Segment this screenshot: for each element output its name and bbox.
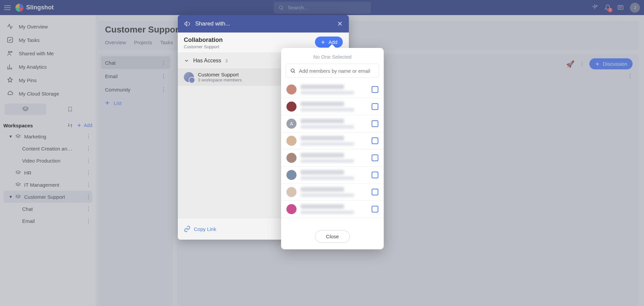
member-avatar	[286, 136, 297, 146]
has-access-count: 3	[225, 58, 228, 63]
member-avatar: A	[286, 119, 297, 129]
shared-header: Shared with... ✕	[178, 15, 349, 33]
svg-point-26	[291, 69, 294, 72]
plus-icon	[320, 40, 326, 45]
member-info-redacted	[301, 136, 368, 146]
add-members-popover: No One Selected A Close	[281, 48, 384, 249]
add-label: Add	[328, 39, 337, 45]
member-info-redacted	[301, 204, 368, 214]
member-checkbox[interactable]	[372, 189, 378, 195]
member-checkbox[interactable]	[372, 120, 378, 127]
member-info-redacted	[301, 187, 368, 197]
member-item[interactable]	[281, 149, 384, 167]
member-info-redacted	[301, 119, 368, 129]
has-access-label: Has Access	[193, 58, 221, 64]
popover-heading: No One Selected	[281, 48, 384, 64]
search-icon	[290, 68, 296, 74]
member-checkbox[interactable]	[372, 86, 378, 93]
member-item[interactable]: A	[281, 115, 384, 132]
member-avatar	[286, 84, 297, 95]
close-icon[interactable]: ✕	[337, 20, 343, 28]
copy-link-label: Copy Link	[194, 226, 216, 232]
member-info-redacted	[301, 153, 368, 163]
member-list: A	[281, 81, 384, 226]
member-info-redacted	[301, 102, 368, 112]
megaphone-icon	[184, 20, 191, 27]
member-item[interactable]	[281, 201, 384, 218]
member-avatar	[286, 102, 297, 112]
member-item[interactable]	[281, 132, 384, 149]
member-item[interactable]	[281, 98, 384, 115]
close-button[interactable]: Close	[315, 230, 350, 243]
member-subtitle: 3 workspace members	[198, 77, 242, 82]
member-avatar	[286, 153, 297, 163]
member-checkbox[interactable]	[372, 103, 378, 110]
member-checkbox[interactable]	[372, 172, 378, 178]
member-avatar	[184, 72, 194, 82]
svg-line-27	[294, 72, 295, 73]
member-checkbox[interactable]	[372, 206, 378, 212]
member-avatar	[286, 170, 297, 180]
member-checkbox[interactable]	[372, 137, 378, 144]
member-avatar	[286, 187, 297, 197]
member-info-redacted	[301, 84, 368, 95]
member-item[interactable]	[281, 184, 384, 201]
member-avatar	[286, 204, 297, 214]
shared-title: Shared with...	[195, 20, 230, 27]
add-button[interactable]: Add	[315, 37, 343, 48]
member-item[interactable]	[281, 81, 384, 98]
popover-footer: Close	[281, 226, 384, 249]
member-search[interactable]	[286, 64, 379, 78]
member-name: Customer Support	[198, 72, 242, 77]
shared-subtitle: Collaboration	[184, 37, 315, 44]
member-item[interactable]	[281, 167, 384, 184]
link-icon	[184, 226, 191, 232]
member-info-redacted	[301, 170, 368, 180]
modal-overlay[interactable]: Shared with... ✕ Collaboration Customer …	[0, 0, 644, 306]
chevron-down-icon	[184, 58, 189, 63]
member-search-input[interactable]	[299, 68, 375, 74]
member-checkbox[interactable]	[372, 155, 378, 161]
